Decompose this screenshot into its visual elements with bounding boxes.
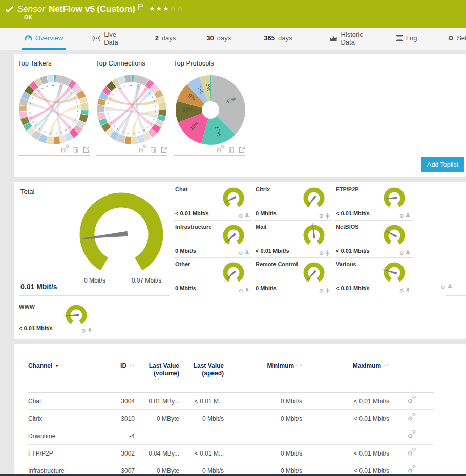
col-header-maximum[interactable]: Maximum▲▼ bbox=[302, 362, 389, 393]
tab-label: days bbox=[162, 34, 176, 42]
pin-icon[interactable] bbox=[245, 250, 249, 256]
pin-icon[interactable] bbox=[325, 288, 330, 294]
channel-value: 0 Mbit/s bbox=[175, 285, 196, 291]
channel-gauge bbox=[379, 259, 410, 284]
svg-text:2: 2 bbox=[108, 102, 110, 105]
tab-overview[interactable]: Overview bbox=[22, 28, 66, 50]
tab-log[interactable]: Log bbox=[393, 28, 420, 50]
channel-gauge bbox=[218, 259, 249, 284]
tab-settings[interactable]: ⚙ Settings bbox=[445, 28, 466, 50]
stars-empty: ☆☆ bbox=[170, 5, 184, 12]
svg-text:2: 2 bbox=[123, 85, 126, 88]
gears-icon[interactable]: ⚙⚙ bbox=[408, 466, 416, 473]
gear-icon[interactable]: ⚙ bbox=[399, 251, 404, 256]
table-header-row: Channel▼ ID▲▼ Last Value(volume)▲▼ Last … bbox=[28, 362, 434, 393]
cell-last-value-speed: 0 Mbit/s bbox=[179, 410, 224, 427]
chord-diagram[interactable]: 522222222222221222222212222222 bbox=[96, 73, 167, 146]
gear-icon[interactable]: ⚙ bbox=[319, 213, 324, 219]
tab-live-data[interactable]: Live Data bbox=[89, 28, 121, 50]
col-header-last-value-speed[interactable]: Last Value(speed) bbox=[179, 362, 224, 393]
pin-icon[interactable] bbox=[88, 328, 92, 334]
col-header-minimum[interactable]: Minimum▲▼ bbox=[224, 362, 302, 393]
svg-text:2: 2 bbox=[77, 110, 78, 112]
external-link-icon[interactable] bbox=[83, 146, 90, 153]
tab-number: 365 bbox=[264, 34, 275, 42]
svg-text:2: 2 bbox=[138, 132, 141, 134]
pin-icon[interactable] bbox=[245, 288, 249, 294]
svg-text:2: 2 bbox=[55, 133, 58, 134]
pin-icon[interactable] bbox=[406, 250, 410, 256]
external-link-icon[interactable] bbox=[161, 146, 167, 153]
gear-icon[interactable]: ⚙ bbox=[238, 288, 243, 293]
pin-icon[interactable] bbox=[448, 284, 452, 290]
external-link-icon[interactable] bbox=[239, 146, 245, 153]
gauge-scale-max: 0.07 Mbit/s bbox=[127, 277, 166, 284]
pin-icon[interactable] bbox=[325, 213, 330, 219]
pie-chart[interactable]: 37%17%15%10%9%7%5% bbox=[174, 73, 248, 146]
gear-icon[interactable]: ⚙ bbox=[238, 213, 243, 219]
pin-icon[interactable] bbox=[245, 213, 249, 219]
tab-label: Live Data bbox=[104, 31, 118, 46]
channel-value: < 0.01 Mbit/s bbox=[336, 210, 370, 217]
svg-text:10%: 10% bbox=[183, 106, 194, 113]
tab-2-days[interactable]: 2 days bbox=[152, 28, 179, 50]
gears-icon[interactable]: ⚙⚙ bbox=[408, 397, 416, 404]
tab-30-days[interactable]: 30 days bbox=[203, 28, 234, 50]
channel-name: FTP/P2P bbox=[336, 186, 359, 192]
col-header-last-value-volume[interactable]: Last Value(volume)▲▼ bbox=[135, 362, 179, 393]
channel-gauge-card-www: WWW < 0.01 Mbit/s ⚙ bbox=[18, 300, 95, 335]
gear-icon[interactable]: ⚙ bbox=[319, 288, 324, 293]
gear-icon[interactable]: ⚙ bbox=[399, 213, 404, 219]
gear-icon[interactable]: ⚙ bbox=[238, 251, 243, 256]
object-kind-label: Sensor bbox=[17, 4, 45, 14]
gear-icon[interactable]: ⚙ bbox=[399, 288, 404, 293]
add-toplist-button[interactable]: Add Toplist bbox=[421, 157, 464, 172]
trash-icon[interactable] bbox=[73, 146, 79, 153]
flag-icon[interactable] bbox=[138, 4, 143, 10]
svg-text:2: 2 bbox=[112, 93, 114, 96]
channel-icon-row: ⚙ bbox=[238, 288, 249, 294]
tab-365-days[interactable]: 365 days bbox=[261, 28, 295, 50]
svg-text:2: 2 bbox=[146, 126, 150, 129]
tab-label: Overview bbox=[35, 34, 63, 42]
pin-icon[interactable] bbox=[406, 288, 410, 294]
gears-icon[interactable]: ⚙⚙ bbox=[216, 146, 224, 153]
gears-icon[interactable]: ⚙⚙ bbox=[60, 146, 69, 153]
priority-stars[interactable]: ★★★☆☆ bbox=[149, 5, 184, 12]
gears-icon[interactable]: ⚙⚙ bbox=[408, 449, 416, 456]
bottom-bar bbox=[0, 474, 466, 476]
table-row[interactable]: FTP/P2P 3002 0.04 MBy... < 0.01 M... 0 M… bbox=[28, 445, 434, 462]
cell-actions: ⚙⚙ bbox=[389, 410, 434, 427]
channel-value: < 0.01 Mbit/s bbox=[19, 325, 53, 331]
gear-icon[interactable]: ⚙ bbox=[81, 328, 86, 333]
svg-text:2: 2 bbox=[65, 129, 68, 132]
table-row[interactable]: Chat 3004 0.01 MBy... < 0.01 M... 0 Mbit… bbox=[28, 393, 434, 410]
pin-icon[interactable] bbox=[325, 250, 330, 256]
cell-last-value-volume: 0 MByte bbox=[135, 410, 179, 427]
gear-icon[interactable]: ⚙ bbox=[440, 285, 446, 290]
channel-gauge-card-mail: Mail < 0.01 Mbit/s ⚙ bbox=[255, 221, 332, 258]
tab-historic-data[interactable]: Historic Data bbox=[327, 28, 366, 50]
channel-icon-row: ⚙ bbox=[399, 288, 410, 294]
cell-actions: ⚙⚙ bbox=[389, 393, 434, 410]
pin-icon[interactable] bbox=[406, 213, 410, 219]
col-header-channel[interactable]: Channel▼ bbox=[28, 362, 110, 393]
gears-icon[interactable]: ⚙⚙ bbox=[408, 414, 416, 421]
gears-icon[interactable]: ⚙⚙ bbox=[408, 431, 416, 439]
toplists-card: Top Talkers 5222222222222122222222212222… bbox=[14, 54, 466, 177]
channel-icon-row: ⚙ bbox=[319, 250, 330, 256]
cell-last-value-volume: 0.01 MBy... bbox=[135, 393, 179, 410]
divider bbox=[446, 221, 466, 221]
channel-gauge-card-remote-control: Remote Control 0 Mbit/s ⚙ bbox=[255, 258, 332, 295]
table-row[interactable]: Downtime -4 ⚙⚙ bbox=[28, 427, 434, 445]
gear-icon[interactable]: ⚙ bbox=[319, 251, 324, 256]
sort-icon: ▲▼ bbox=[135, 378, 179, 381]
broadcast-icon bbox=[92, 35, 101, 41]
trash-icon[interactable] bbox=[228, 146, 235, 153]
trash-icon[interactable] bbox=[151, 146, 157, 153]
gears-icon[interactable]: ⚙⚙ bbox=[138, 146, 146, 153]
table-row[interactable]: Citrix 3010 0 MByte 0 Mbit/s 0 Mbit/s < … bbox=[28, 410, 434, 427]
chord-diagram[interactable]: 522222222222212222222221222222 bbox=[18, 73, 90, 146]
channel-icon-row: ⚙ bbox=[238, 213, 249, 219]
col-header-id[interactable]: ID▲▼ bbox=[110, 362, 135, 393]
